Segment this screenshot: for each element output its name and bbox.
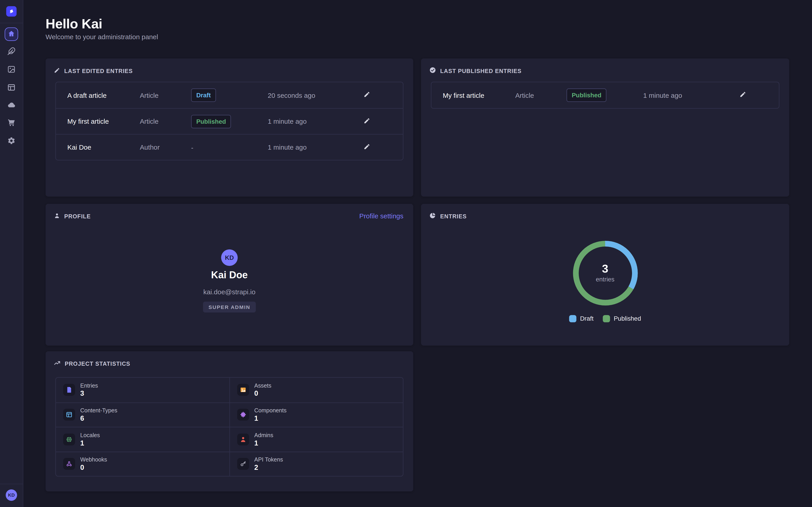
table-row: Kai DoeAuthor-1 minute ago [56,134,403,160]
stat-cell-locales: Locales1 [56,427,230,451]
legend-label: Published [614,315,641,322]
picture-icon [237,384,249,396]
stat-label: Entries [80,382,98,389]
pencil-icon [54,66,60,75]
profile-email: kai.doe@strapi.io [46,288,413,296]
user-icon [54,212,60,221]
stat-cell-admins: Admins1 [230,427,403,451]
page-title: Hello Kai [46,16,102,32]
user-icon [237,433,249,445]
stat-value: 1 [254,414,287,422]
sidebar-item-home[interactable] [5,27,18,41]
panel-title: PROFILE [64,213,91,220]
entries-donut-chart: 3 entries [568,236,642,310]
strapi-logo[interactable] [6,6,17,17]
panel-title: PROJECT STATISTICS [65,360,131,367]
cloud-icon [7,100,16,111]
last-published-entries-table: My first articleArticlePublished1 minute… [431,82,779,109]
entries-count-label: entries [596,276,614,283]
check-circle-icon [429,66,436,75]
stat-cell-components: Components1 [230,402,403,427]
status-badge: Draft [191,89,216,102]
trending-up-icon [54,359,61,368]
edit-entry-button[interactable] [359,88,374,103]
panel-title: LAST EDITED ENTRIES [64,68,133,74]
stat-label: API Tokens [254,456,283,463]
sidebar: KD [0,0,23,507]
legend-chip [569,315,576,322]
stat-value: 3 [80,390,98,397]
images-icon [7,65,15,75]
file-icon [63,384,75,396]
legend-item-published: Published [603,315,641,322]
feather-icon [7,47,15,57]
last-published-entries-header: LAST PUBLISHED ENTRIES [429,66,521,75]
pencil-icon [363,91,370,99]
stat-cell-api-tokens: API Tokens2 [230,451,403,476]
table-row: My first articleArticlePublished1 minute… [56,108,403,134]
sidebar-bottom-divider [0,484,23,484]
stat-label: Components [254,407,287,413]
stat-value: 6 [80,414,117,422]
sidebar-item-deploy[interactable] [3,97,19,114]
entry-updated: 1 minute ago [268,117,331,125]
globe-icon [63,433,75,445]
pencil-icon [363,117,370,125]
entry-type: Article [140,117,191,125]
entry-updated: 1 minute ago [643,91,706,99]
profile-avatar: KD [221,249,238,266]
entry-updated: 1 minute ago [268,143,331,151]
layout-icon [7,83,15,93]
sidebar-item-marketplace[interactable] [3,115,19,131]
panel-title: ENTRIES [440,213,467,220]
edit-entry-button[interactable] [359,139,374,155]
role-badge: SUPER ADMIN [203,302,256,313]
project-statistics-panel: PROJECT STATISTICS Entries3Assets0Conten… [46,351,413,492]
legend-item-draft: Draft [569,315,594,322]
project-statistics-table: Entries3Assets0Content-Types6Components1… [55,377,404,476]
donut-legend: DraftPublished [421,315,789,322]
entry-updated: 20 seconds ago [268,91,331,99]
stat-label: Assets [254,382,271,389]
status-badge: Published [191,115,231,128]
last-published-entries-panel: LAST PUBLISHED ENTRIES My first articleA… [421,58,789,196]
entries-count: 3 [602,264,608,275]
stat-label: Webhooks [80,456,107,463]
edit-entry-button[interactable] [359,114,374,129]
key-icon [237,458,249,470]
sidebar-item-media-library[interactable] [3,61,19,78]
webhook-icon [63,458,75,470]
stat-value: 1 [254,439,273,447]
sidebar-item-settings[interactable] [3,133,19,150]
entry-title: Kai Doe [67,143,140,151]
entries-panel: ENTRIES 3 entries DraftPublished [421,204,789,346]
project-statistics-header: PROJECT STATISTICS [54,359,131,368]
cart-icon [7,118,15,128]
user-avatar-button[interactable]: KD [6,490,17,501]
sidebar-item-content-type-builder[interactable] [3,80,19,96]
stat-value: 2 [254,464,283,471]
gear-icon [7,136,15,146]
entries-header: ENTRIES [429,212,467,221]
stat-value: 0 [254,390,271,397]
status-badge: Published [567,89,607,102]
stat-label: Locales [80,432,100,438]
stat-value: 1 [80,439,100,447]
home-icon [8,30,15,39]
profile-name: Kai Doe [46,270,413,281]
profile-header: PROFILE [54,212,91,221]
entry-type: Author [140,143,191,151]
pencil-icon [739,91,746,99]
pencil-icon [363,143,370,152]
layout-icon [63,409,75,421]
table-row: My first articleArticlePublished1 minute… [431,82,779,108]
profile-panel: PROFILE Profile settings KD Kai Doe kai.… [46,204,413,346]
sidebar-item-content-manager[interactable] [3,44,19,60]
entry-title: My first article [443,91,515,99]
profile-settings-link[interactable]: Profile settings [359,212,404,220]
pie-chart-icon [429,212,436,221]
last-edited-entries-table: A draft articleArticleDraft20 seconds ag… [55,82,404,160]
legend-label: Draft [580,315,594,322]
edit-entry-button[interactable] [735,88,750,103]
stat-value: 0 [80,464,107,471]
